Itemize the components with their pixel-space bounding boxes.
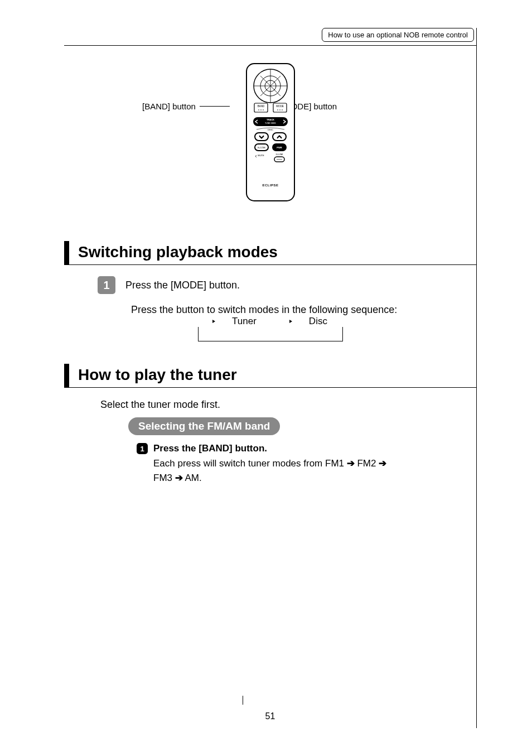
substep-body-text: Each press will switch tuner modes from …: [153, 456, 454, 485]
substep-number-badge: 1: [137, 443, 148, 454]
svg-rect-22: [255, 133, 268, 141]
svg-text:DISC: DISC: [268, 128, 273, 131]
leader-line-left: [200, 106, 230, 107]
mode-sequence-diagram: Tuner Disc: [64, 327, 476, 341]
section-heading-switching: Switching playback modes: [64, 241, 476, 265]
arrow-icon: [212, 320, 215, 323]
svg-text:BAND: BAND: [257, 105, 264, 108]
remote-diagram-section: [BAND] button [MODE] button BAND: [64, 62, 476, 235]
band-button-callout: [BAND] button: [142, 102, 196, 111]
step-1-row: 1 Press the [MODE] button.: [98, 276, 476, 294]
svg-text:E-COM: E-COM: [258, 146, 265, 149]
svg-text:ECLIPSE: ECLIPSE: [262, 184, 278, 187]
svg-text:TRACK: TRACK: [267, 118, 274, 121]
subsection-pill-heading: Selecting the FM/AM band: [128, 417, 280, 435]
svg-point-17: [282, 109, 283, 110]
svg-point-16: [279, 109, 280, 110]
svg-text:MUTE: MUTE: [258, 154, 264, 157]
manual-page: How to use an optional NOB remote contro…: [64, 28, 477, 728]
flow-disc-label: Disc: [309, 316, 327, 327]
remote-control-illustration: BAND MODE TRACK TUNE SEEK DISC: [245, 62, 296, 204]
arrow-icon: ➔: [347, 458, 355, 469]
substep-1: 1 Press the [BAND] button. Each press wi…: [137, 443, 454, 485]
svg-point-15: [277, 109, 278, 110]
svg-text:ILLUMI: ILLUMI: [275, 153, 283, 156]
svg-point-11: [260, 109, 262, 110]
step-number-badge: 1: [98, 276, 115, 294]
arrow-icon: ➔: [379, 458, 386, 469]
svg-text:PWR: PWR: [277, 146, 282, 149]
arrow-icon: ➔: [175, 473, 183, 483]
step-1-text: Press the [MODE] button.: [125, 280, 240, 291]
svg-text:TUNE SEEK: TUNE SEEK: [265, 122, 277, 124]
page-header: How to use an optional NOB remote contro…: [64, 28, 476, 46]
section-heading-tuner: How to play the tuner: [64, 364, 476, 388]
tuner-intro-text: Select the tuner mode first.: [100, 399, 476, 411]
sequence-intro-text: Press the button to switch modes in the …: [131, 304, 476, 316]
svg-point-10: [258, 109, 259, 110]
svg-point-12: [263, 109, 264, 110]
svg-text:MODE: MODE: [276, 105, 284, 108]
flow-tuner-label: Tuner: [232, 316, 257, 327]
substep-head-text: Press the [BAND] button.: [153, 443, 267, 454]
page-number-divider: [243, 696, 243, 705]
page-number: 51: [265, 711, 275, 721]
arrow-icon: [289, 320, 292, 323]
breadcrumb: How to use an optional NOB remote contro…: [322, 28, 474, 42]
